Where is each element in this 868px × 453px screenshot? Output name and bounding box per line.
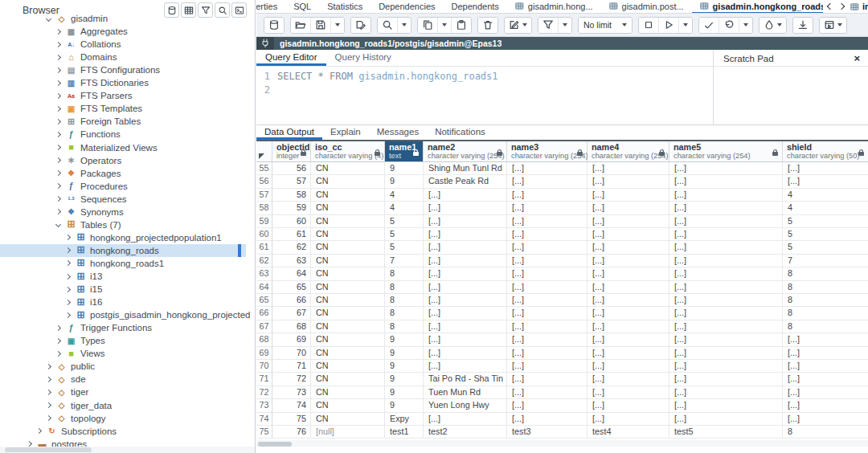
scroll-tabs-left-icon[interactable] xyxy=(827,3,833,10)
tree-item-packages[interactable]: ❖Packages xyxy=(0,167,246,180)
cell-name4[interactable]: [...] xyxy=(588,294,669,307)
cell-name2[interactable]: [...] xyxy=(424,202,507,214)
execute-button[interactable] xyxy=(658,18,678,33)
cell-name3[interactable]: [...] xyxy=(507,267,588,280)
tab-messages[interactable]: Messages xyxy=(369,125,427,140)
row-number[interactable]: 58 xyxy=(256,202,272,214)
save-options-button[interactable] xyxy=(330,18,344,33)
cell-objectid[interactable]: 66 xyxy=(272,294,311,307)
chevron-right-icon[interactable] xyxy=(55,29,61,35)
cell-name3[interactable]: [...] xyxy=(507,281,588,294)
tree-item-fts-dictionaries[interactable]: ▥FTS Dictionaries xyxy=(0,76,246,89)
cell-name2[interactable]: Castle Peak Rd xyxy=(424,175,507,188)
cell-name2[interactable]: Yuen Long Hwy xyxy=(424,399,507,412)
cell-shield[interactable]: 8 xyxy=(783,267,868,280)
row-limit-select[interactable]: No limit xyxy=(579,18,632,33)
cell-shield[interactable]: [...] xyxy=(783,373,868,386)
cell-name5[interactable]: [...] xyxy=(669,202,783,214)
tree-item-i13[interactable]: ⊞i13 xyxy=(0,270,246,283)
table-row[interactable]: 6465CN8[...][...][...][...]8 xyxy=(256,281,868,294)
column-header-iso_cc[interactable]: iso_cccharacter varying (4) xyxy=(311,141,385,162)
tree-item-postgis-gisadmin-hongkong-projectedpopulation1[interactable]: ⊞postgis_gisadmin_hongkong_projectedpopu… xyxy=(0,308,246,321)
cell-iso_cc[interactable]: CN xyxy=(311,228,385,241)
cell-name2[interactable]: Tai Po Rd - Sha Tin xyxy=(424,373,507,386)
tab-dependencies[interactable]: Dependencies xyxy=(371,0,443,14)
cell-name2[interactable]: [...] xyxy=(424,360,507,373)
row-number[interactable]: 59 xyxy=(256,215,272,228)
cancel-query-button[interactable] xyxy=(639,18,658,33)
cell-objectid[interactable]: 61 xyxy=(272,228,311,241)
connection-button[interactable] xyxy=(264,18,284,33)
cell-iso_cc[interactable]: CN xyxy=(311,320,385,333)
cell-name2[interactable]: [...] xyxy=(424,228,507,241)
cell-objectid[interactable]: 75 xyxy=(272,413,311,426)
chevron-right-icon[interactable] xyxy=(55,351,61,357)
cell-name5[interactable]: [...] xyxy=(669,333,783,346)
cell-objectid[interactable]: 64 xyxy=(272,267,311,280)
chevron-right-icon[interactable] xyxy=(55,157,61,163)
cell-name1[interactable]: 9 xyxy=(385,162,424,175)
table-row[interactable]: 6162CN5[...][...][...][...]5 xyxy=(256,241,868,254)
table-row[interactable]: 6263CN7[...][...][...][...]7 xyxy=(256,255,868,267)
cell-name4[interactable]: [...] xyxy=(588,320,669,333)
cell-name2[interactable]: Shing Mun Tunl Rd xyxy=(424,162,507,175)
cell-name2[interactable]: [...] xyxy=(424,333,507,346)
chevron-right-icon[interactable] xyxy=(55,209,61,214)
tree-item-topology[interactable]: ◇topology xyxy=(0,412,246,425)
cell-shield[interactable]: [...] xyxy=(783,399,868,412)
cell-name3[interactable]: [...] xyxy=(507,386,588,399)
tree-item-hongkong-roads1[interactable]: ⊞hongkong_roads1 xyxy=(0,257,246,270)
chevron-right-icon[interactable] xyxy=(65,312,71,318)
row-number[interactable]: 72 xyxy=(256,386,272,399)
cell-name2[interactable]: [...] xyxy=(424,320,507,333)
cell-iso_cc[interactable]: CN xyxy=(311,215,385,228)
cell-iso_cc[interactable]: CN xyxy=(311,307,385,320)
cell-name4[interactable]: test4 xyxy=(588,426,669,439)
cell-iso_cc[interactable]: CN xyxy=(311,189,385,202)
cell-name3[interactable]: [...] xyxy=(507,294,588,307)
chevron-right-icon[interactable] xyxy=(65,273,71,279)
transaction-options-button[interactable] xyxy=(739,18,752,33)
row-number[interactable]: 73 xyxy=(256,399,272,412)
chevron-right-icon[interactable] xyxy=(46,377,51,382)
cell-name1[interactable]: 4 xyxy=(385,189,424,202)
table-row[interactable]: 7172CN9Tai Po Rd - Sha Tin[...][...][...… xyxy=(256,373,868,386)
cell-name3[interactable]: [...] xyxy=(507,413,588,426)
chevron-right-icon[interactable] xyxy=(46,402,51,408)
cell-name3[interactable]: [...] xyxy=(507,215,588,228)
cell-shield[interactable]: [...] xyxy=(783,386,868,399)
cell-name1[interactable]: 5 xyxy=(385,228,424,241)
cell-name1[interactable]: 5 xyxy=(385,215,424,228)
cell-objectid[interactable]: 72 xyxy=(272,373,311,386)
cell-shield[interactable]: 8 xyxy=(783,307,868,320)
column-header-name5[interactable]: name5character varying (254) xyxy=(669,141,783,162)
select-all-corner[interactable] xyxy=(256,141,272,162)
cell-name4[interactable]: [...] xyxy=(588,281,669,294)
cell-name3[interactable]: [...] xyxy=(507,307,588,320)
cell-name2[interactable]: [...] xyxy=(424,294,507,307)
row-number[interactable]: 69 xyxy=(256,347,272,360)
chevron-down-icon[interactable] xyxy=(46,15,51,21)
cell-name4[interactable]: [...] xyxy=(588,386,669,399)
cell-name4[interactable]: [...] xyxy=(588,399,669,412)
table-row[interactable]: 6061CN5[...][...][...][...]5 xyxy=(256,228,868,241)
cell-name1[interactable]: 9 xyxy=(385,360,424,373)
delete-button[interactable] xyxy=(478,18,497,33)
cell-name3[interactable]: [...] xyxy=(507,347,588,360)
execute-options-button[interactable] xyxy=(678,18,692,33)
chevron-right-icon[interactable] xyxy=(55,325,61,331)
cell-iso_cc[interactable]: CN xyxy=(311,241,385,254)
cell-name5[interactable]: [...] xyxy=(669,175,783,188)
cell-name1[interactable]: 8 xyxy=(385,281,424,294)
cell-name2[interactable]: Tuen Mun Rd xyxy=(424,386,507,399)
table-row[interactable]: 5960CN5[...][...][...][...]5 xyxy=(256,215,868,228)
cell-name5[interactable]: [...] xyxy=(669,162,783,175)
cell-name3[interactable]: [...] xyxy=(507,255,588,267)
chevron-right-icon[interactable] xyxy=(55,132,61,137)
scratch-pad-area[interactable] xyxy=(713,67,868,124)
cell-name3[interactable]: [...] xyxy=(507,175,588,188)
scratch-pad-close-icon[interactable]: × xyxy=(854,53,860,63)
cell-objectid[interactable]: 63 xyxy=(272,255,311,267)
table-row[interactable]: 6364CN8[...][...][...][...]8 xyxy=(256,267,868,280)
cell-name2[interactable]: [...] xyxy=(424,189,507,202)
